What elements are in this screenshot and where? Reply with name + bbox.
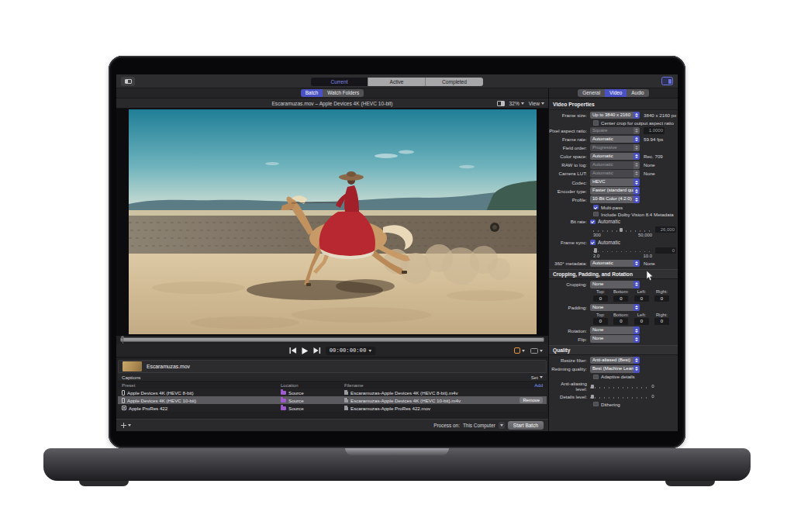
frame-rate-dropdown[interactable]: Automatic bbox=[590, 136, 640, 143]
add-job-menu[interactable] bbox=[121, 423, 131, 428]
remove-button[interactable]: Remove bbox=[520, 397, 543, 403]
tab-watch-folders[interactable]: Watch Folders bbox=[323, 89, 364, 97]
tab-completed[interactable]: Completed bbox=[426, 78, 483, 86]
frame-sync-label: Frame sync: bbox=[549, 240, 590, 245]
frame-size-value: 3840 x 2160 px bbox=[644, 112, 676, 118]
column-location: Location bbox=[281, 383, 344, 388]
crop-top-field[interactable]: 0 bbox=[593, 295, 608, 302]
crop-right-field[interactable]: 0 bbox=[654, 295, 669, 302]
folder-icon bbox=[281, 391, 286, 395]
tab-batch[interactable]: Batch bbox=[301, 89, 323, 97]
frame-sync-slider-row: 0 sec. bbox=[593, 247, 678, 254]
aa-level-slider[interactable] bbox=[590, 384, 649, 389]
cropping-dropdown[interactable]: None bbox=[590, 281, 640, 288]
profile-label: Profile: bbox=[549, 197, 590, 202]
filename-value: Escaramuzas-Apple ProRes 422.mov bbox=[350, 406, 430, 411]
sidebar-toggle-button[interactable] bbox=[121, 77, 135, 86]
tab-audio[interactable]: Audio bbox=[627, 89, 648, 97]
start-batch-button[interactable]: Start Batch bbox=[508, 421, 544, 430]
tab-current[interactable]: Current bbox=[311, 78, 368, 86]
rotation-dropdown[interactable]: None bbox=[590, 326, 640, 334]
camera-lut-label: Camera LUT: bbox=[549, 171, 590, 176]
dropdown-arrows-icon bbox=[633, 281, 640, 288]
inspector-toggle-button[interactable] bbox=[661, 77, 673, 85]
dropdown-arrows-icon bbox=[633, 365, 640, 373]
chevron-down-icon bbox=[128, 424, 131, 427]
dropdown-arrows-icon bbox=[633, 127, 640, 135]
job-name: Escaramuzas.mov bbox=[147, 364, 190, 369]
dropdown-arrows-icon bbox=[633, 260, 640, 268]
view-menu[interactable]: View bbox=[529, 101, 544, 106]
captions-set-menu[interactable]: Set bbox=[531, 375, 543, 380]
timecode-field[interactable]: 00:00:00:00 bbox=[326, 347, 375, 355]
field-order-row: Field order: Progressive bbox=[549, 144, 678, 152]
previous-frame-icon[interactable] bbox=[289, 347, 296, 354]
batch-table-header: Preset Location Filename Add bbox=[118, 382, 547, 389]
meta360-label: 360° metadata: bbox=[549, 261, 590, 266]
pad-top-field[interactable]: 0 bbox=[593, 318, 608, 325]
raw-to-log-row: RAW to log: Automatic None bbox=[549, 161, 678, 169]
bit-rate-auto-checkbox[interactable] bbox=[590, 219, 596, 225]
crop-left-field[interactable]: 0 bbox=[634, 295, 649, 302]
bit-rate-max: 50,000 bbox=[638, 233, 652, 237]
tab-video[interactable]: Video bbox=[605, 89, 627, 97]
marker-menu[interactable] bbox=[514, 347, 525, 354]
quality-section-header: Quality bbox=[549, 345, 678, 355]
profile-dropdown[interactable]: 10-Bit Color (4:2:0) bbox=[590, 195, 640, 203]
table-row-selected[interactable]: Apple Devices 4K (HEVC 10-bit) Source Es… bbox=[118, 396, 547, 404]
table-row[interactable]: Apple ProRes 422 Source Escaramuzas-Appl… bbox=[118, 404, 547, 412]
tab-active[interactable]: Active bbox=[368, 78, 426, 86]
dithering-checkbox[interactable] bbox=[593, 402, 599, 407]
batch-tabs: Batch Watch Folders bbox=[301, 89, 364, 97]
process-controls: Process on: This Computer Start Batch bbox=[433, 421, 544, 430]
multi-pass-checkbox[interactable] bbox=[593, 205, 599, 210]
retiming-label: Retiming quality: bbox=[549, 366, 590, 371]
job-row[interactable]: Escaramuzas.mov bbox=[118, 360, 547, 373]
video-properties-header: Video Properties bbox=[549, 98, 678, 110]
timeline-row bbox=[116, 336, 548, 344]
pad-right-field[interactable]: 0 bbox=[654, 318, 669, 325]
tab-general[interactable]: General bbox=[578, 89, 605, 97]
encoder-type-row: Encoder type: Faster (standard qua… bbox=[549, 187, 678, 195]
flip-label: Flip: bbox=[549, 337, 590, 342]
frame-size-dropdown[interactable]: Up to 3840 x 2160 bbox=[590, 112, 640, 119]
dolby-vision-checkbox[interactable] bbox=[593, 212, 599, 217]
process-on-label: Process on: bbox=[433, 423, 460, 428]
flip-dropdown[interactable]: None bbox=[590, 335, 640, 343]
playhead[interactable] bbox=[121, 336, 124, 344]
details-level-slider[interactable] bbox=[590, 394, 649, 399]
resize-filter-dropdown[interactable]: Anti-aliased (Best) bbox=[590, 357, 640, 364]
adaptive-details-checkbox[interactable] bbox=[593, 375, 599, 380]
next-frame-icon[interactable] bbox=[313, 347, 320, 354]
encoder-type-dropdown[interactable]: Faster (standard qua… bbox=[590, 187, 640, 195]
padding-edges: Top:0 Bottom:0 Left:0 Right:0 bbox=[593, 313, 678, 325]
timeline-scrubber[interactable] bbox=[120, 337, 544, 342]
pixel-aspect-label: Pixel aspect ratio: bbox=[549, 128, 590, 133]
color-space-dropdown[interactable]: Automatic bbox=[590, 153, 640, 161]
codec-dropdown[interactable]: HEVC bbox=[590, 178, 640, 186]
zoom-control[interactable]: 32% bbox=[509, 101, 524, 106]
center-crop-checkbox[interactable] bbox=[593, 120, 599, 126]
display-menu[interactable] bbox=[530, 348, 543, 354]
add-output-link[interactable]: Add bbox=[534, 383, 543, 388]
frame-sync-auto-checkbox[interactable] bbox=[590, 240, 596, 245]
pad-bottom-field[interactable]: 0 bbox=[613, 318, 628, 325]
pad-left-field[interactable]: 0 bbox=[634, 318, 649, 325]
process-on-menu[interactable] bbox=[499, 422, 505, 429]
bit-rate-row: Bit rate: Automatic bbox=[549, 218, 678, 225]
table-row[interactable]: Apple Devices 4K (HEVC 8-bit) Source Esc… bbox=[118, 389, 547, 396]
split-view-icon[interactable] bbox=[497, 101, 505, 106]
cropping-edges: Top:0 Bottom:0 Left:0 Right:0 bbox=[593, 289, 678, 302]
meta360-dropdown[interactable]: Automatic bbox=[590, 260, 640, 268]
retiming-dropdown[interactable]: Best (Machine Learni… bbox=[590, 365, 640, 373]
bottom-bar: Process on: This Computer Start Batch bbox=[116, 419, 548, 431]
bit-rate-slider[interactable] bbox=[593, 227, 652, 233]
dropdown-arrows-icon bbox=[633, 187, 640, 195]
resize-filter-label: Resize filter: bbox=[549, 358, 590, 363]
padding-dropdown[interactable]: None bbox=[590, 304, 640, 312]
dolby-vision-row: Include Dolby Vision 8.4 Metadata bbox=[593, 212, 678, 217]
frame-sync-slider[interactable] bbox=[593, 247, 652, 253]
cropping-label: Cropping: bbox=[549, 282, 590, 287]
play-icon[interactable] bbox=[302, 347, 308, 354]
crop-bottom-field[interactable]: 0 bbox=[613, 295, 628, 302]
